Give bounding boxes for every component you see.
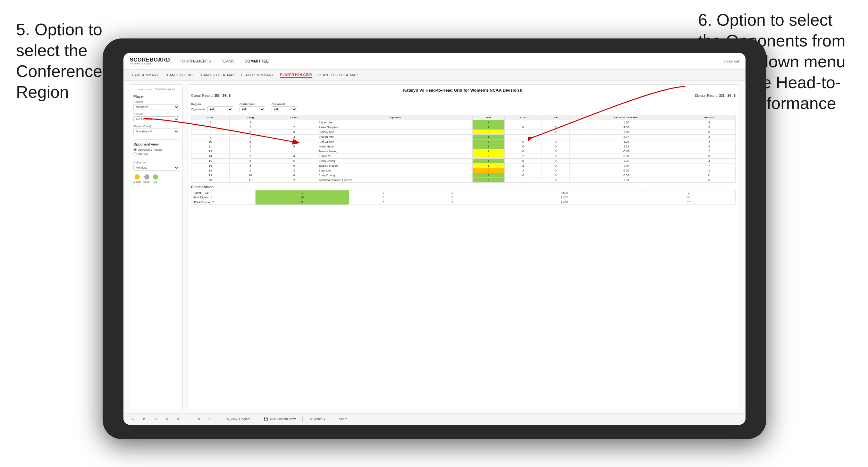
- table-row: 19 10 6 Emily Chang 4 0 0 0.30 11: [191, 173, 736, 178]
- header-sign-out[interactable]: | Sign out: [724, 59, 739, 63]
- filter-opponent: Opponent (All): [272, 102, 297, 112]
- table-container: # Div # Reg # Conf Opponent Win Loss Tie…: [191, 115, 736, 406]
- timer-btn[interactable]: ⏱: [207, 417, 214, 422]
- radio-label-2: Top 100: [138, 152, 148, 155]
- back-btn[interactable]: ↺: [175, 417, 181, 422]
- th-div: # Div: [191, 115, 229, 120]
- td-reg: 3: [229, 163, 271, 168]
- td-opponent: Alexis Sudjianto: [317, 125, 472, 130]
- td-tie: 0: [542, 139, 569, 144]
- td-tie: 0: [542, 173, 569, 178]
- share-btn[interactable]: Share: [337, 417, 349, 422]
- division-label: Division: [133, 113, 179, 116]
- td-diff: 1.25: [569, 159, 683, 163]
- sub-nav-player-summary[interactable]: PLAYER SUMMARY: [241, 72, 274, 77]
- td-opponent: Esther Lee: [317, 120, 472, 125]
- region-select[interactable]: (All): [208, 106, 233, 112]
- ood-table-row: NAIA Division 1 15 0 0 9.267 30: [191, 195, 736, 200]
- td-conf: 7: [271, 178, 317, 183]
- td-diff: 0.38: [569, 154, 683, 159]
- td-ood-win: 15: [255, 195, 349, 200]
- filter-row: Region Opponents: (All) Conference: [191, 102, 736, 112]
- opponent-view-radio-group: Opponents Played Top 100: [133, 148, 179, 155]
- td-ood-rounds: 2: [642, 190, 736, 195]
- conference-select[interactable]: (All): [240, 106, 265, 112]
- td-conf: 6: [271, 173, 317, 178]
- table-row: 11 2 5 Heejo Hyun 1 0 0 3.33 3: [191, 144, 736, 149]
- radio-opponents-played[interactable]: Opponents Played: [133, 148, 179, 151]
- td-conf: 5: [271, 159, 317, 163]
- td-conf: 3: [271, 130, 317, 135]
- td-ood-win: 1: [255, 190, 349, 195]
- colour-label-down: Down: [133, 180, 141, 183]
- table-row: 20 11 7 Federica Domecq Lacroze 2 1 0 1.…: [191, 178, 736, 183]
- nav-tournaments[interactable]: TOURNAMENTS: [180, 58, 211, 65]
- td-div: 14: [191, 154, 229, 159]
- sub-nav-player-h2h-heatmap[interactable]: PLAYER H2H HEATMAP: [318, 72, 358, 77]
- td-loss: 0: [504, 149, 542, 154]
- sub-nav-team-summary[interactable]: TEAM SUMMARY: [130, 72, 159, 77]
- report-header: Katelyn Vo Head-to-Head Grid for Women's…: [191, 88, 736, 100]
- td-rounds: 4: [683, 120, 735, 125]
- opponent-select[interactable]: (All): [272, 106, 297, 112]
- td-ood-rounds: 30: [642, 195, 736, 200]
- nav-committee[interactable]: COMMITTEE: [244, 58, 269, 65]
- sep4: [332, 416, 332, 423]
- overall-record: Overall Record: 353 - 34 - 6: [191, 94, 230, 97]
- grid-btn[interactable]: ⊞: [163, 417, 170, 422]
- td-reg: 2: [229, 144, 271, 149]
- save-custom-view-btn[interactable]: 💾 Save Custom View: [262, 417, 298, 422]
- sub-nav-player-h2h-grid[interactable]: PLAYER H2H GRID: [280, 72, 312, 78]
- td-tie: 0: [542, 159, 569, 163]
- nav-teams[interactable]: TEAMS: [221, 58, 235, 65]
- td-tie: 0: [542, 154, 569, 159]
- colour-by-select[interactable]: Win/loss: [133, 165, 179, 170]
- td-div: 5: [191, 125, 229, 130]
- table-row: 13 1 1 Jessica Huang 1 0 0 -3.00 2: [191, 149, 736, 154]
- conference-label: Conference: [240, 102, 265, 106]
- gender-select[interactable]: Women's: [133, 104, 179, 110]
- sub-nav-team-h2h-heatmap[interactable]: TEAM H2H HEATMAP: [199, 72, 235, 77]
- td-conf: 1: [271, 149, 317, 154]
- view-original-btn[interactable]: 🔍 View: Original: [224, 417, 252, 422]
- sep3: [302, 416, 303, 423]
- td-loss: 0: [504, 159, 542, 163]
- radio-label-1: Opponents Played: [138, 148, 162, 151]
- td-diff: 1.50: [569, 120, 683, 125]
- refresh-btn[interactable]: ⟳: [141, 417, 148, 422]
- td-div: 10: [191, 139, 229, 144]
- division-select[interactable]: NCAA Division III: [133, 116, 179, 122]
- td-div: 16: [191, 163, 229, 168]
- td-loss: 0: [504, 144, 542, 149]
- colour-label-level: Level: [143, 180, 150, 183]
- watch-btn[interactable]: 👁 Watch ▾: [308, 417, 327, 422]
- main-content: Last Updated: 27/03/2024 04:44 Player Ge…: [123, 81, 745, 413]
- radio-top100[interactable]: Top 100: [133, 152, 179, 155]
- td-opponent: Sharon Mun: [317, 135, 472, 139]
- td-tie: 0: [542, 168, 569, 173]
- td-conf: 6: [271, 163, 317, 168]
- td-win: 1: [472, 120, 504, 125]
- td-conf: 2: [271, 168, 317, 173]
- colour-label-up: Up: [154, 180, 157, 183]
- dot-btn[interactable]: ·: [186, 417, 191, 422]
- td-opponent: Sydney Kuo: [317, 130, 472, 135]
- logo-sub: Powered by clippd: [130, 62, 170, 65]
- sep1: [219, 416, 219, 423]
- td-opponent: Emily Chang: [317, 173, 472, 178]
- last-updated: Last Updated: 27/03/2024 04:44: [133, 88, 179, 91]
- td-reg: 7: [229, 154, 271, 159]
- td-tie: 0: [542, 125, 569, 130]
- sub-nav-team-h2h-grid[interactable]: TEAM H2H GRID: [165, 72, 193, 77]
- right-content: Katelyn Vo Head-to-Head Grid for Women's…: [188, 84, 739, 410]
- redo-btn[interactable]: ↪: [152, 417, 159, 422]
- td-div: 19: [191, 173, 229, 178]
- player-rank-select[interactable]: 8. Katelyn Vo: [133, 128, 179, 134]
- fwd-btn[interactable]: ↻: [195, 417, 202, 422]
- td-tie: 0: [542, 144, 569, 149]
- td-loss: 2: [504, 154, 542, 159]
- td-loss: 2: [504, 168, 542, 173]
- undo-btn[interactable]: ↩: [130, 417, 136, 422]
- td-div: 18: [191, 168, 229, 173]
- td-diff: -5.00: [569, 168, 683, 173]
